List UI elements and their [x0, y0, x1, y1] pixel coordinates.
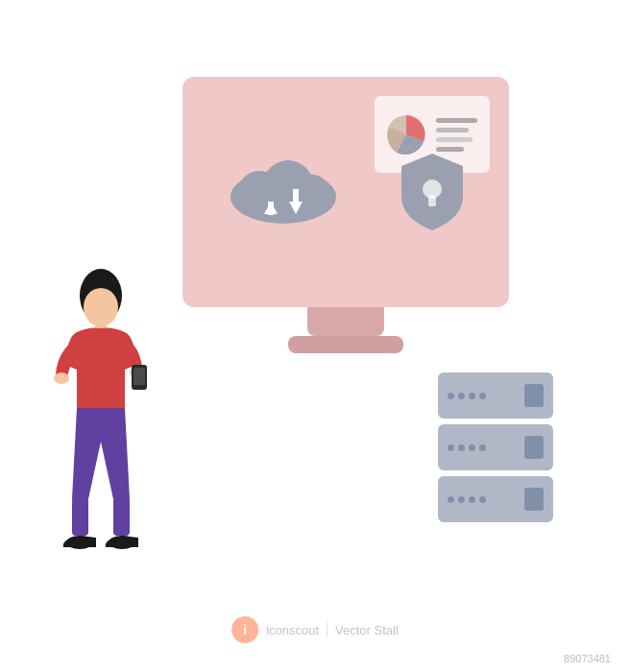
iconscout-logo: i [231, 616, 258, 643]
watermark-divider [327, 622, 327, 637]
cloud-svg [221, 149, 346, 226]
monitor-base [288, 336, 403, 353]
svg-point-14 [54, 372, 69, 384]
chart-lines [436, 118, 482, 152]
watermark: i iconscout Vector Stall [231, 616, 399, 643]
monitor-screen [182, 77, 509, 307]
server-dot [458, 393, 465, 399]
svg-point-12 [84, 288, 118, 326]
server-drive-slot-3 [524, 488, 544, 511]
server-dot [479, 393, 486, 399]
server-dot [448, 393, 454, 399]
illustration-scene: i iconscout Vector Stall 89073481 [0, 0, 630, 672]
server-dots-2 [448, 444, 486, 451]
server-dot [458, 496, 465, 503]
server-dot [448, 444, 454, 451]
monitor-container [182, 77, 509, 346]
server-dot [469, 393, 475, 399]
svg-rect-18 [72, 497, 88, 536]
chart-line-3 [436, 137, 472, 142]
id-number: 89073481 [564, 653, 611, 664]
svg-rect-17 [133, 368, 145, 385]
server-dots-3 [448, 496, 486, 503]
svg-rect-19 [113, 497, 130, 536]
chart-line-2 [436, 128, 469, 132]
iconscout-text: iconscout [266, 623, 319, 637]
id-badge: 89073481 [564, 653, 611, 664]
shield-svg [394, 149, 471, 235]
server-dot [469, 444, 475, 451]
server-dot [479, 496, 486, 503]
server-dot [479, 444, 486, 451]
server-drive-slot-2 [524, 436, 544, 459]
server-unit-2 [438, 424, 553, 470]
server-dot [448, 496, 454, 503]
server-unit-3 [438, 476, 553, 522]
security-shield-icon [394, 149, 471, 235]
vector-stall-text: Vector Stall [335, 623, 399, 637]
monitor-stand [307, 307, 384, 336]
server-dots-1 [448, 393, 486, 399]
server-unit-1 [438, 372, 553, 419]
svg-rect-10 [428, 195, 436, 206]
woman-figure [48, 259, 154, 576]
server-drive-slot-1 [524, 384, 544, 407]
svg-rect-6 [268, 202, 274, 215]
server-stack [438, 372, 553, 528]
iconscout-logo-letter: i [243, 622, 247, 637]
server-dot [458, 444, 465, 451]
chart-line-1 [436, 118, 477, 123]
server-dot [469, 496, 475, 503]
svg-rect-8 [293, 189, 299, 203]
cloud-upload-download-icon [221, 149, 336, 235]
